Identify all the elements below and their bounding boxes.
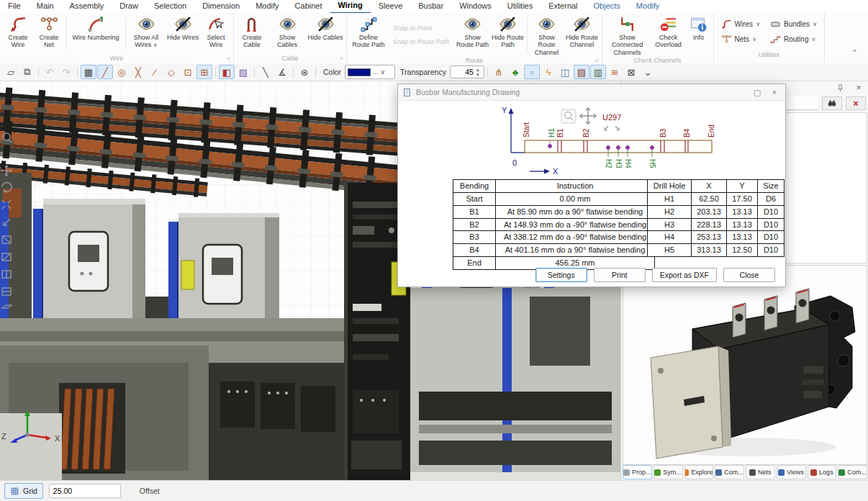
- redo-icon[interactable]: ↷: [58, 65, 74, 79]
- window-select-icon[interactable]: ▫: [524, 65, 540, 79]
- node-snap-icon[interactable]: ⊞: [196, 65, 212, 79]
- menu-windows[interactable]: Windows: [451, 0, 499, 13]
- properties-panel-icon[interactable]: ▤: [574, 65, 589, 79]
- grid-size-input[interactable]: [49, 484, 121, 498]
- close-icon-button[interactable]: ×: [768, 86, 781, 98]
- tab-nets[interactable]: Nets: [746, 465, 775, 479]
- component-icon[interactable]: ♣: [507, 65, 523, 79]
- ribbon-collapse-button[interactable]: ⌃: [851, 48, 858, 58]
- overflow-icon[interactable]: ⌄: [640, 65, 656, 79]
- undo-icon[interactable]: ↶: [42, 65, 58, 79]
- snap-to-point-button[interactable]: Snap to Point: [393, 24, 450, 32]
- menu-file[interactable]: File: [0, 0, 29, 13]
- grid-toggle-button[interactable]: Grid: [4, 483, 43, 499]
- splice-icon[interactable]: ⋔: [491, 65, 507, 79]
- show-connected-channels-button[interactable]: Show Connected Channels: [605, 14, 651, 56]
- component-preview-3d[interactable]: [623, 265, 867, 465]
- center-snap-icon[interactable]: ◎: [114, 65, 130, 79]
- copy-objects-icon[interactable]: ⧉: [19, 65, 35, 79]
- menu-sleeve[interactable]: Sleeve: [371, 0, 411, 13]
- status-bar: Grid Offset: [0, 480, 868, 501]
- create-wire-button[interactable]: Create Wire: [2, 14, 34, 54]
- select-wire-button[interactable]: Select Wire: [201, 14, 231, 54]
- nearest-snap-icon[interactable]: ∕: [147, 65, 163, 79]
- menu-draw[interactable]: Draw: [112, 0, 146, 13]
- menu-external[interactable]: External: [541, 0, 585, 13]
- menu-objects[interactable]: Objects: [586, 0, 628, 13]
- hatch-view-icon[interactable]: ▨: [235, 65, 251, 79]
- find-button[interactable]: [822, 96, 842, 110]
- show-route-channel-button[interactable]: Show Route Channel: [529, 14, 565, 56]
- tab-properties[interactable]: Prop...: [623, 465, 652, 479]
- solid-view-icon[interactable]: ◧: [219, 65, 235, 79]
- tab-commands[interactable]: Com...: [838, 465, 867, 479]
- tab-symbols[interactable]: Sym...: [654, 465, 683, 479]
- show-all-wires-button[interactable]: Show All Wires ∨: [127, 14, 165, 54]
- transparency-input[interactable]: [451, 67, 475, 77]
- angle-dimension-icon[interactable]: ∡: [274, 65, 290, 79]
- drawing-pan-button[interactable]: [580, 108, 596, 124]
- panel-close-button[interactable]: ×: [853, 82, 864, 94]
- power-check-icon[interactable]: ϟ: [541, 65, 556, 79]
- export-dxf-button[interactable]: Export as DXF: [652, 268, 717, 282]
- tab-logs[interactable]: Logs: [808, 465, 837, 479]
- dialog-titlebar[interactable]: Busbar Manufacturing Drawing ▢ ×: [398, 84, 785, 101]
- stepper-arrows-icon[interactable]: ▴▾: [476, 67, 479, 77]
- clear-button[interactable]: ×: [846, 96, 866, 110]
- hide-route-path-button[interactable]: Hide Route Path: [491, 14, 525, 56]
- pin-icon[interactable]: [834, 82, 846, 94]
- quadrant-snap-icon[interactable]: ◇: [163, 65, 179, 79]
- create-net-button[interactable]: Create Net: [34, 14, 64, 54]
- menu-main[interactable]: Main: [29, 0, 62, 13]
- solid-box-icon[interactable]: ◫: [557, 65, 573, 79]
- wire-numbering-button[interactable]: Wire Numbering: [68, 14, 124, 54]
- layers-panel-icon[interactable]: ▥: [590, 65, 606, 79]
- navigate-icon[interactable]: ⊛: [297, 65, 312, 79]
- snap-to-route-path-button[interactable]: Snap to Route Path: [393, 38, 450, 45]
- stamp-icon[interactable]: ▱: [3, 65, 19, 79]
- tab-components[interactable]: Com...: [715, 465, 744, 479]
- cabinet-section-right[interactable]: [410, 288, 620, 481]
- menu-dimension[interactable]: Dimension: [194, 0, 248, 13]
- duplicate-icon[interactable]: ⊠: [623, 65, 639, 79]
- cabinet-lower-left[interactable]: [0, 318, 344, 481]
- routing-dropdown[interactable]: Routing ∨: [770, 34, 817, 45]
- tab-views[interactable]: Views: [777, 465, 806, 479]
- transparency-stepper[interactable]: ▴▾: [450, 66, 484, 78]
- hide-route-channel-button[interactable]: Hide Route Channel: [565, 14, 600, 56]
- menu-wiring[interactable]: Wiring: [330, 0, 371, 14]
- menu-busbar[interactable]: Busbar: [410, 0, 451, 13]
- menu-utilities[interactable]: Utilities: [499, 0, 541, 13]
- menu-assembly[interactable]: Assembly: [62, 0, 112, 13]
- hide-cables-button[interactable]: Hide Cables: [307, 14, 344, 54]
- measure-icon[interactable]: ╲: [258, 65, 273, 79]
- show-route-path-button[interactable]: Show Route Path: [455, 14, 491, 56]
- wires-dropdown[interactable]: Wires ∨: [721, 19, 760, 30]
- color-dropdown[interactable]: ... ∨: [345, 65, 395, 79]
- menu-modify[interactable]: Modify: [248, 0, 286, 13]
- settings-button[interactable]: Settings: [535, 268, 587, 282]
- drawing-zoom-button[interactable]: [561, 109, 576, 123]
- info-button[interactable]: Info: [687, 14, 711, 56]
- busbar-manufacturing-dialog[interactable]: Busbar Manufacturing Drawing ▢ × U297 Y …: [397, 84, 786, 287]
- tab-explorer[interactable]: Explorer: [684, 465, 714, 479]
- print-button[interactable]: Print: [594, 268, 646, 282]
- define-route-path-button[interactable]: Define Route Path: [349, 14, 388, 56]
- grid-toggle-icon[interactable]: ▦: [81, 65, 96, 79]
- hide-wires-button[interactable]: Hide Wires: [165, 14, 201, 54]
- wire-colors-icon[interactable]: ≋: [607, 65, 623, 79]
- bundles-dropdown[interactable]: Bundles ∨: [770, 19, 817, 30]
- close-button[interactable]: Close: [723, 268, 775, 282]
- maximize-button[interactable]: ▢: [751, 86, 764, 98]
- nets-dropdown[interactable]: Nets ∨: [721, 34, 760, 45]
- menu-modify-2[interactable]: Modify: [628, 0, 667, 13]
- check-overload-button[interactable]: Check Overload: [651, 14, 687, 56]
- endpoint-snap-icon[interactable]: ⊡: [180, 65, 196, 79]
- menu-cabinet[interactable]: Cabinet: [287, 0, 330, 13]
- line-snap-icon[interactable]: ╱: [97, 65, 113, 79]
- create-cable-button[interactable]: Create Cable: [236, 14, 268, 54]
- show-cables-button[interactable]: Show Cables: [268, 14, 307, 54]
- bending-table: Bending Instruction Start0.00 mm B1At 85…: [453, 179, 655, 270]
- menu-selection[interactable]: Selection: [146, 0, 194, 13]
- intersection-snap-icon[interactable]: ╳: [130, 65, 146, 79]
